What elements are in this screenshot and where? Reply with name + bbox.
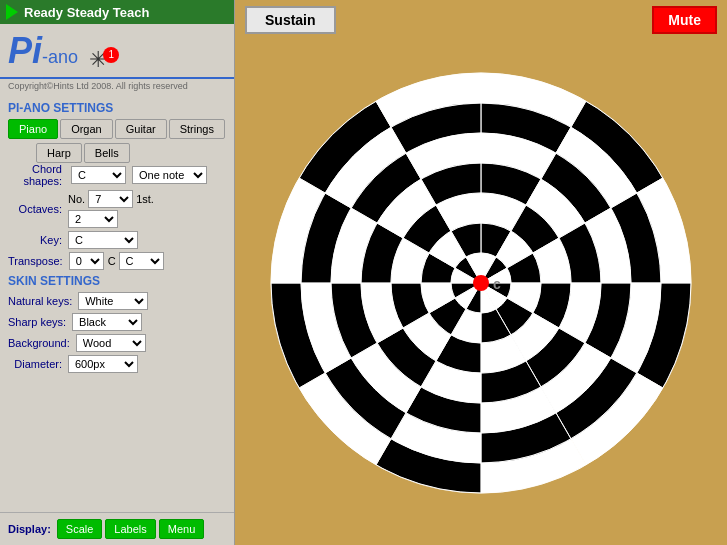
play-icon [6, 4, 18, 20]
right-panel: Sustain Mute [235, 0, 727, 545]
scale-button[interactable]: Scale [57, 519, 103, 539]
display-label: Display: [8, 523, 51, 535]
app-title: Ready Steady Teach [24, 5, 149, 20]
skin-settings-section: SKIN SETTINGS Natural keys: WhiteBlackGr… [8, 274, 226, 373]
background-select[interactable]: WoodBlackWhiteBlue [76, 334, 146, 352]
octaves-1st-label: 1st. [136, 193, 154, 205]
sharp-keys-row: Sharp keys: BlackWhiteGrey [8, 313, 226, 331]
natural-keys-label: Natural keys: [8, 295, 78, 307]
octaves-row: Octaves: No. 71234568 1st. 2134 [8, 190, 226, 228]
logo-area: Pi-ano ✳1 [0, 24, 234, 79]
diameter-select[interactable]: 600px400px500px700px800px [68, 355, 138, 373]
octaves-label: Octaves: [8, 203, 68, 215]
background-row: Background: WoodBlackWhiteBlue [8, 334, 226, 352]
guitar-button[interactable]: Guitar [115, 119, 167, 139]
transpose-note-select[interactable]: CC#DEb [119, 252, 164, 270]
mute-button[interactable]: Mute [652, 6, 717, 34]
organ-button[interactable]: Organ [60, 119, 113, 139]
key-row: Key: CC#DEbEFF#GAbABbB [8, 231, 226, 249]
logo-pi: Pi [8, 30, 42, 71]
diameter-row: Diameter: 600px400px500px700px800px [8, 355, 226, 373]
sustain-button[interactable]: Sustain [245, 6, 336, 34]
key-label: Key: [8, 234, 68, 246]
instrument-buttons-row2: Harp Bells [36, 143, 226, 163]
skin-settings-title: SKIN SETTINGS [8, 274, 226, 288]
version-badge: 1 [103, 47, 119, 63]
natural-keys-select[interactable]: WhiteBlackGrey [78, 292, 148, 310]
display-row: Display: Scale Labels Menu [0, 512, 234, 545]
copyright-text: Copyright©Hints Ltd 2008. All rights res… [0, 79, 234, 95]
left-panel: Ready Steady Teach Pi-ano ✳1 Copyright©H… [0, 0, 235, 545]
settings-section: PI-ANO SETTINGS Piano Organ Guitar Strin… [0, 95, 234, 512]
key-select[interactable]: CC#DEbEFF#GAbABbB [68, 231, 138, 249]
octaves-no-label: No. [68, 193, 85, 205]
natural-keys-row: Natural keys: WhiteBlackGrey [8, 292, 226, 310]
top-controls: Sustain Mute [235, 6, 727, 34]
transpose-c-label: C [108, 255, 116, 267]
menu-button[interactable]: Menu [159, 519, 205, 539]
piano-wheel[interactable] [266, 68, 696, 498]
wheel-container [266, 68, 696, 498]
piano-button[interactable]: Piano [8, 119, 58, 139]
main-container: Ready Steady Teach Pi-ano ✳1 Copyright©H… [0, 0, 727, 545]
harp-button[interactable]: Harp [36, 143, 82, 163]
bells-button[interactable]: Bells [84, 143, 130, 163]
chord-shapes-label: Chordshapes: [8, 163, 68, 187]
octaves-no-select[interactable]: 71234568 [88, 190, 133, 208]
piano-settings-title: PI-ANO SETTINGS [8, 101, 226, 115]
sharp-keys-label: Sharp keys: [8, 316, 72, 328]
chord-label-text: Chordshapes: [23, 163, 62, 187]
transpose-row: Transpose: 0123-1-2 C CC#DEb [8, 252, 226, 270]
one-note-select[interactable]: One noteTwo noteThree note [132, 166, 207, 184]
diameter-label: Diameter: [8, 358, 68, 370]
instrument-buttons-row1: Piano Organ Guitar Strings [8, 119, 226, 139]
logo-ano: -ano [42, 47, 78, 67]
background-label: Background: [8, 337, 76, 349]
sharp-keys-select[interactable]: BlackWhiteGrey [72, 313, 142, 331]
transpose-label: Transpose: [8, 255, 69, 267]
chord-shapes-select[interactable]: CDEFGAB [71, 166, 126, 184]
logo-icon: ✳1 [89, 47, 119, 73]
transpose-value-select[interactable]: 0123-1-2 [69, 252, 104, 270]
app-header: Ready Steady Teach [0, 0, 234, 24]
chord-shapes-row: Chordshapes: CDEFGAB One noteTwo noteThr… [8, 163, 226, 187]
labels-button[interactable]: Labels [105, 519, 155, 539]
strings-button[interactable]: Strings [169, 119, 225, 139]
octaves-2-select[interactable]: 2134 [68, 210, 118, 228]
